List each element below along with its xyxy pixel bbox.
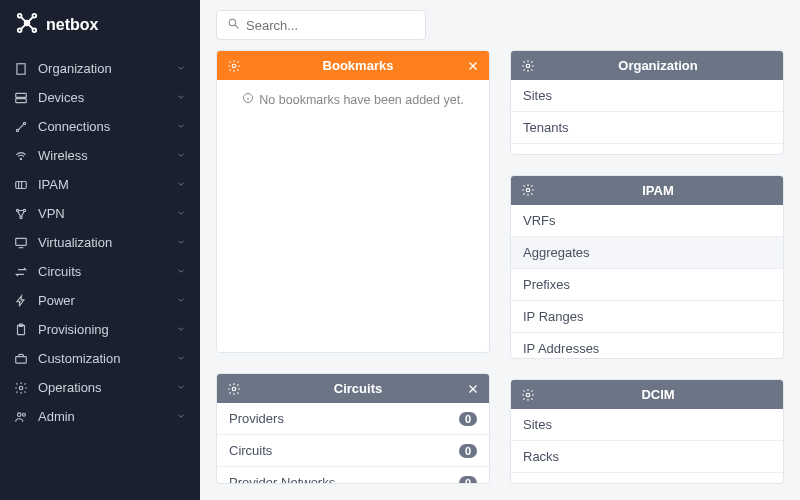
list-item[interactable]: Tenants <box>511 111 783 143</box>
svg-point-48 <box>526 189 530 193</box>
svg-point-0 <box>25 21 30 26</box>
list-item[interactable]: Aggregates <box>511 236 783 268</box>
gear-icon[interactable] <box>521 59 535 73</box>
row-label: Circuits <box>229 443 272 458</box>
svg-point-23 <box>23 209 25 211</box>
ipam-card: IPAM VRFsAggregatesPrefixesIP RangesIP A… <box>510 175 784 359</box>
circuits-card: Circuits Providers0Circuits0Provider Net… <box>216 373 490 484</box>
list-item[interactable]: VRFs <box>511 205 783 236</box>
sidebar-item-customization[interactable]: Customization <box>0 344 200 373</box>
list-item[interactable]: Sites <box>511 80 783 111</box>
sidebar-item-circuits[interactable]: Circuits <box>0 257 200 286</box>
users-icon <box>14 410 28 424</box>
nav-label: Connections <box>38 119 176 134</box>
chevron-down-icon <box>176 90 186 105</box>
sidebar-item-vpn[interactable]: VPN <box>0 199 200 228</box>
svg-line-7 <box>22 25 26 29</box>
gear-icon[interactable] <box>227 382 241 396</box>
svg-line-5 <box>22 18 26 22</box>
svg-line-26 <box>22 211 24 216</box>
dcim-header: DCIM <box>511 380 783 409</box>
list-item[interactable]: Circuits0 <box>217 434 489 466</box>
nav-label: Virtualization <box>38 235 176 250</box>
row-label: Aggregates <box>523 245 590 260</box>
svg-rect-9 <box>17 63 25 74</box>
svg-point-22 <box>16 209 18 211</box>
card-title: Bookmarks <box>249 58 467 73</box>
sidebar-item-provisioning[interactable]: Provisioning <box>0 315 200 344</box>
swap-icon <box>14 265 28 279</box>
toolbox-icon <box>14 352 28 366</box>
sidebar-item-organization[interactable]: Organization <box>0 54 200 83</box>
list-item[interactable]: IP Ranges <box>511 300 783 332</box>
search-icon <box>227 17 246 33</box>
svg-point-17 <box>23 122 25 124</box>
sidebar-item-power[interactable]: Power <box>0 286 200 315</box>
list-item[interactable]: Provider Networks0 <box>217 466 489 484</box>
sidebar-item-operations[interactable]: Operations <box>0 373 200 402</box>
nav-label: Organization <box>38 61 176 76</box>
svg-point-16 <box>16 129 18 131</box>
card-title: DCIM <box>543 387 773 402</box>
bookmarks-header: Bookmarks <box>217 51 489 80</box>
card-title: Organization <box>543 58 773 73</box>
list-item[interactable]: Prefixes <box>511 268 783 300</box>
svg-point-47 <box>526 64 530 68</box>
chevron-down-icon <box>176 61 186 76</box>
list-item[interactable]: Racks <box>511 440 783 472</box>
svg-point-3 <box>18 29 22 33</box>
gear-icon[interactable] <box>521 183 535 197</box>
search-input[interactable] <box>246 18 415 33</box>
row-label: IP Ranges <box>523 309 583 324</box>
list-item[interactable]: Sites <box>511 409 783 440</box>
gear-icon[interactable] <box>521 388 535 402</box>
row-label: Racks <box>523 449 559 464</box>
list-item[interactable]: Contacts <box>511 143 783 155</box>
graph-icon <box>14 207 28 221</box>
search-box[interactable] <box>216 10 426 40</box>
chevron-down-icon <box>176 351 186 366</box>
dashboard: Bookmarks No bookmarks have been added y… <box>200 50 800 500</box>
circuits-header: Circuits <box>217 374 489 403</box>
chevron-down-icon <box>176 380 186 395</box>
row-label: Device Types <box>523 481 601 484</box>
nav-label: Customization <box>38 351 176 366</box>
gear-icon[interactable] <box>227 59 241 73</box>
row-label: Prefixes <box>523 277 570 292</box>
list-item[interactable]: Providers0 <box>217 403 489 434</box>
sidebar: netbox OrganizationDevicesConnectionsWir… <box>0 0 200 500</box>
card-title: IPAM <box>543 183 773 198</box>
row-label: Providers <box>229 411 284 426</box>
svg-line-8 <box>29 25 33 29</box>
svg-line-6 <box>29 18 33 22</box>
svg-point-2 <box>33 14 37 18</box>
list-item[interactable]: IP Addresses <box>511 332 783 359</box>
svg-point-38 <box>232 64 236 68</box>
topbar <box>200 0 800 50</box>
sidebar-item-admin[interactable]: Admin <box>0 402 200 431</box>
sidebar-item-ipam[interactable]: IPAM <box>0 170 200 199</box>
server-icon <box>14 91 28 105</box>
sidebar-item-devices[interactable]: Devices <box>0 83 200 112</box>
svg-line-25 <box>18 211 20 216</box>
close-icon[interactable] <box>467 60 479 72</box>
nav-label: Power <box>38 293 176 308</box>
svg-point-24 <box>20 216 22 218</box>
sidebar-item-virtualization[interactable]: Virtualization <box>0 228 200 257</box>
brand[interactable]: netbox <box>0 0 200 50</box>
dcim-card: DCIM SitesRacksDevice Types <box>510 379 784 484</box>
sidebar-item-connections[interactable]: Connections <box>0 112 200 141</box>
chevron-down-icon <box>176 206 186 221</box>
row-label: VRFs <box>523 213 556 228</box>
nav-label: Devices <box>38 90 176 105</box>
list-item[interactable]: Device Types <box>511 472 783 484</box>
organization-header: Organization <box>511 51 783 80</box>
sidebar-item-wireless[interactable]: Wireless <box>0 141 200 170</box>
chevron-down-icon <box>176 235 186 250</box>
close-icon[interactable] <box>467 383 479 395</box>
clipboard-icon <box>14 323 28 337</box>
svg-line-37 <box>235 25 238 28</box>
row-label: Contacts <box>523 152 574 155</box>
chevron-down-icon <box>176 293 186 308</box>
svg-rect-14 <box>16 93 27 97</box>
